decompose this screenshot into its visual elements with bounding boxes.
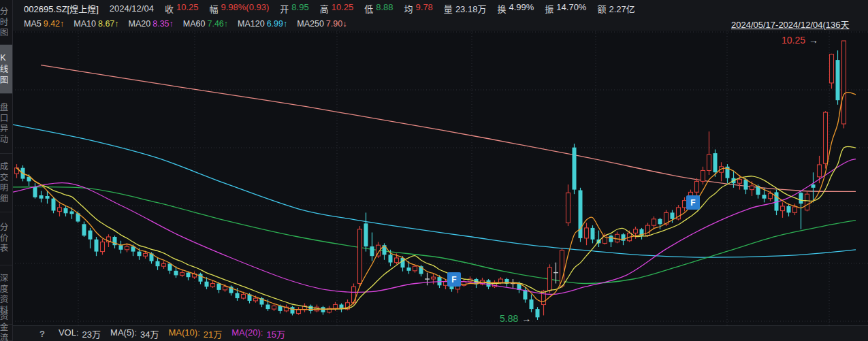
- quote-field-量: 量23.18万: [444, 2, 487, 15]
- volume-legend-bar: ? VOL:23万MA(5):34万MA(10):21万MA(20):15万: [12, 325, 868, 341]
- quote-field-label: 低: [364, 2, 373, 15]
- ma-value: 9.42↑: [44, 19, 65, 29]
- ma-legend-MA20: MA208.35↑: [129, 19, 174, 29]
- quote-field-label: 额: [597, 2, 606, 15]
- vol-value: 34万: [140, 327, 159, 340]
- ma-legend-MA60: MA607.46↑: [183, 19, 228, 29]
- trading-terminal: 分时图K线图盘口异动成交明细分价表深度资料资金流向 002695.SZ[煌上煌]…: [0, 0, 868, 341]
- volume-legend: VOL:23万MA(5):34万MA(10):21万MA(20):15万: [59, 327, 285, 340]
- quote-field-均: 均9.78: [404, 2, 433, 15]
- quote-field-label: 高: [320, 2, 329, 15]
- quote-field-额: 额2.27亿: [597, 2, 634, 15]
- ma-label: MA20: [129, 19, 151, 29]
- vol-value: 15万: [266, 327, 285, 340]
- stock-symbol[interactable]: 002695.SZ[煌上煌]: [24, 2, 99, 15]
- sidebar-tab-成交明细[interactable]: 成交明细: [0, 154, 12, 212]
- quote-field-换: 换4.99%: [497, 2, 534, 15]
- quote-field-label: 幅: [209, 2, 218, 15]
- quote-field-value: 23.18万: [455, 2, 487, 15]
- ma-legend-MA120: MA1206.99↑: [238, 19, 287, 29]
- quote-field-value: 10.25: [176, 2, 199, 15]
- sidebar-tab-盘口异动[interactable]: 盘口异动: [0, 94, 12, 154]
- sidebar-tab-分时图[interactable]: 分时图: [0, 1, 12, 45]
- dividend-event-badge[interactable]: F: [686, 195, 700, 210]
- vol-legend-MA5: MA(5):34万: [110, 327, 159, 340]
- ma-value: 7.46↑: [207, 19, 228, 29]
- ma-legend-MA10: MA108.67↑: [74, 19, 118, 29]
- vol-legend-VOL: VOL:23万: [59, 327, 101, 340]
- sidebar-tab-rail: 分时图K线图盘口异动成交明细分价表深度资料资金流向: [0, 0, 13, 341]
- quote-field-value: 2.27亿: [609, 2, 634, 15]
- quote-field-value: 8.95: [291, 2, 308, 15]
- quote-field-value: 4.99%: [509, 2, 534, 15]
- quote-field-value: 10.25: [332, 2, 354, 15]
- sidebar-tab-label: K线图: [0, 53, 10, 86]
- help-icon[interactable]: ?: [39, 329, 45, 339]
- sidebar-tab-资金流向[interactable]: 资金流向: [0, 325, 12, 341]
- ma-legend-MA5: MA59.42↑: [24, 19, 64, 29]
- quote-field-高: 高10.25: [320, 2, 354, 15]
- vol-label: MA(10):: [169, 327, 200, 340]
- kline-canvas: [12, 31, 868, 325]
- vol-value: 21万: [204, 327, 222, 340]
- ma-label: MA5: [24, 19, 42, 29]
- vol-label: VOL:: [59, 327, 79, 340]
- quote-field-value: 14.70%: [556, 2, 586, 15]
- quote-field-低: 低8.88: [364, 2, 393, 15]
- sidebar-tab-label: 资金流向: [0, 312, 10, 341]
- quote-field-label: 开: [280, 2, 289, 15]
- quote-field-label: 换: [497, 2, 506, 15]
- sidebar-tab-label: 成交明细: [0, 162, 10, 204]
- quote-info-bar: 002695.SZ[煌上煌] 2024/12/04 收10.25幅9.98%(0…: [12, 0, 868, 16]
- sidebar-tab-label: 深度资料: [0, 274, 10, 316]
- right-arrow-icon: →: [809, 35, 818, 46]
- vol-legend-MA10: MA(10):21万: [169, 327, 223, 340]
- vol-value: 23万: [82, 327, 101, 340]
- sidebar-tab-K线图[interactable]: K线图: [0, 45, 12, 94]
- ma-value: 7.90↓: [326, 19, 347, 29]
- quote-field-value: 9.98%(0.93): [221, 2, 269, 15]
- sidebar-tab-label: 分价表: [0, 223, 10, 255]
- ma-label: MA10: [74, 19, 96, 29]
- ma-legend: MA59.42↑MA108.67↑MA208.35↑MA607.46↑MA120…: [24, 19, 347, 29]
- date-range-link[interactable]: 2024/05/17-2024/12/04(136天: [731, 18, 868, 31]
- quote-field-label: 均: [404, 2, 413, 15]
- quote-field-label: 量: [444, 2, 453, 15]
- vol-legend-MA20: MA(20):15万: [231, 327, 285, 340]
- sidebar-tab-label: 盘口异动: [0, 103, 10, 145]
- vol-label: MA(20):: [231, 327, 263, 340]
- quote-field-label: 振: [545, 2, 553, 15]
- ma-value: 6.99↑: [267, 19, 288, 29]
- ma-label: MA60: [183, 19, 206, 29]
- quote-field-label: 收: [165, 2, 174, 15]
- kline-chart[interactable]: 10.25 → 5.88 → FF: [12, 31, 868, 325]
- right-arrow-icon: →: [521, 313, 531, 324]
- quote-field-开: 开8.95: [280, 2, 308, 15]
- low-price-label: 5.88: [500, 313, 518, 324]
- ma-label: MA250: [297, 19, 324, 29]
- ma-value: 8.35↑: [152, 19, 174, 29]
- quote-field-振: 振14.70%: [545, 2, 586, 15]
- ma-label: MA120: [238, 19, 265, 29]
- dividend-event-badge[interactable]: F: [447, 272, 461, 287]
- ma-legend-MA250: MA2507.90↓: [297, 19, 347, 29]
- vol-label: MA(5):: [110, 327, 137, 340]
- sidebar-tab-label: 分时图: [0, 7, 10, 39]
- sidebar-tab-分价表[interactable]: 分价表: [0, 212, 12, 265]
- ma-legend-bar: MA59.42↑MA108.67↑MA208.35↑MA607.46↑MA120…: [12, 16, 868, 31]
- quote-field-value: 9.78: [416, 2, 433, 15]
- quote-field-value: 8.88: [376, 2, 393, 15]
- high-price-label: 10.25: [782, 35, 805, 46]
- high-price-annotation: 10.25 →: [782, 35, 818, 46]
- ma-value: 8.67↑: [98, 19, 119, 29]
- low-price-annotation: 5.88 →: [500, 313, 531, 324]
- quote-fields: 收10.25幅9.98%(0.93)开8.95高10.25低8.88均9.78量…: [165, 2, 635, 15]
- quote-field-幅: 幅9.98%(0.93): [209, 2, 269, 15]
- trade-date: 2024/12/04: [110, 3, 154, 14]
- quote-field-收: 收10.25: [165, 2, 199, 15]
